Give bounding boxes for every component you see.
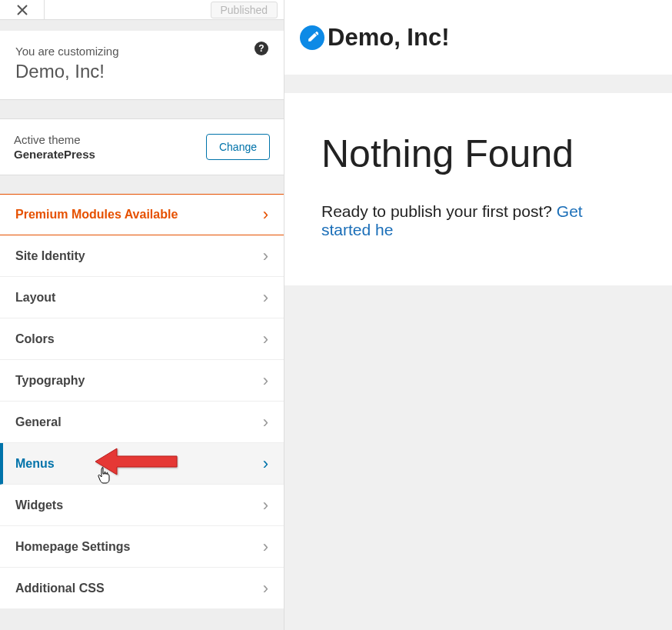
menu-item-menus[interactable]: Menus › <box>0 443 284 485</box>
menu-item-additional-css[interactable]: Additional CSS › <box>0 568 284 609</box>
menu-item-label: Typography <box>15 374 85 388</box>
chevron-right-icon: › <box>263 578 268 598</box>
edit-shortcut-button[interactable] <box>300 25 324 50</box>
chevron-right-icon: › <box>263 495 268 515</box>
first-post-prompt: Ready to publish your first post? Get st… <box>321 202 635 239</box>
chevron-right-icon: › <box>263 412 268 432</box>
menu-item-colors[interactable]: Colors › <box>0 318 284 360</box>
chevron-right-icon: › <box>263 371 268 391</box>
menu-item-label: General <box>15 415 62 429</box>
customizing-label: You are customizing <box>15 45 268 58</box>
customizing-panel: You are customizing Demo, Inc! ? <box>0 31 284 100</box>
menu-item-layout[interactable]: Layout › <box>0 277 284 318</box>
pencil-icon <box>306 32 318 44</box>
theme-info: Active theme GeneratePress <box>14 133 95 161</box>
menu-item-typography[interactable]: Typography › <box>0 360 284 402</box>
theme-panel: Active theme GeneratePress Change <box>0 118 284 175</box>
preview-site-title[interactable]: Demo, Inc! <box>328 24 449 52</box>
chevron-right-icon: › <box>263 454 268 474</box>
nothing-found-heading: Nothing Found <box>321 132 635 176</box>
customizer-menu-list: Premium Modules Available › Site Identit… <box>0 194 284 609</box>
preview-header: Demo, Inc! <box>284 0 672 75</box>
chevron-right-icon: › <box>263 205 268 225</box>
active-theme-label: Active theme <box>14 133 95 146</box>
menu-item-label: Colors <box>15 332 55 346</box>
menu-item-site-identity[interactable]: Site Identity › <box>0 235 284 277</box>
publish-status-button[interactable]: Published <box>211 2 278 18</box>
top-bar: Published <box>0 0 284 20</box>
menu-item-label: Menus <box>15 457 55 471</box>
chevron-right-icon: › <box>263 329 268 349</box>
close-button[interactable] <box>0 0 45 20</box>
menu-item-premium-modules[interactable]: Premium Modules Available › <box>0 194 284 235</box>
change-theme-button[interactable]: Change <box>206 134 270 160</box>
prompt-text: Ready to publish your first post? <box>321 202 557 220</box>
customizer-sidebar: Published You are customizing Demo, Inc!… <box>0 0 284 630</box>
preview-content: Nothing Found Ready to publish your firs… <box>284 93 672 285</box>
menu-item-label: Additional CSS <box>15 582 105 595</box>
chevron-right-icon: › <box>263 246 268 266</box>
menu-item-homepage-settings[interactable]: Homepage Settings › <box>0 526 284 568</box>
chevron-right-icon: › <box>263 537 268 557</box>
menu-item-widgets[interactable]: Widgets › <box>0 485 284 526</box>
menu-item-label: Homepage Settings <box>15 540 130 554</box>
menu-item-label: Premium Modules Available <box>15 208 178 222</box>
close-icon <box>17 5 28 15</box>
menu-item-label: Layout <box>15 291 55 305</box>
active-theme-name: GeneratePress <box>14 148 95 161</box>
site-preview: Demo, Inc! Nothing Found Ready to publis… <box>284 0 672 630</box>
menu-item-label: Site Identity <box>15 249 85 263</box>
menu-item-general[interactable]: General › <box>0 402 284 443</box>
menu-item-label: Widgets <box>15 498 63 512</box>
help-icon[interactable]: ? <box>254 42 268 55</box>
chevron-right-icon: › <box>263 288 268 308</box>
site-name: Demo, Inc! <box>15 61 268 82</box>
